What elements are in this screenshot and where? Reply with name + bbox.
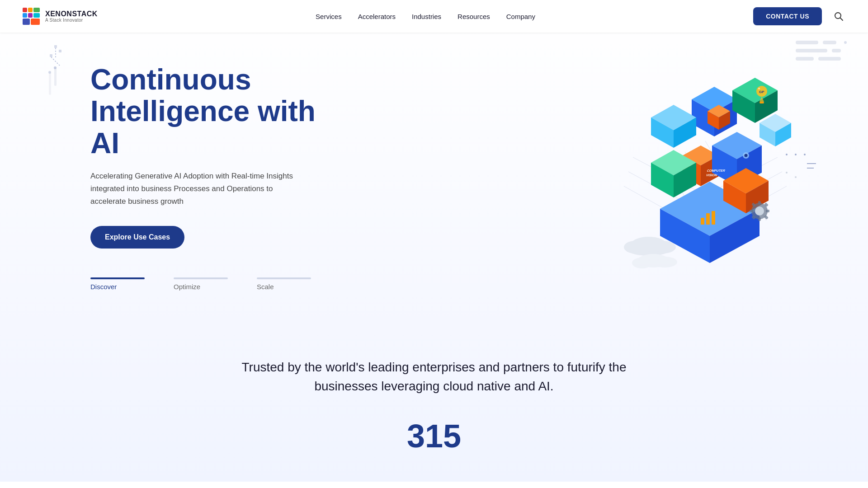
- nav-accelerators[interactable]: Accelerators: [358, 13, 396, 20]
- hero-title: Continuous Intelligence with AI: [90, 64, 326, 159]
- nav-right: CONTACT US: [753, 7, 846, 25]
- search-button[interactable]: [831, 9, 846, 24]
- svg-point-102: [786, 172, 788, 174]
- svg-rect-1: [28, 8, 33, 12]
- svg-rect-3: [23, 13, 27, 18]
- svg-rect-0: [23, 8, 27, 12]
- svg-rect-84: [712, 211, 715, 225]
- svg-point-97: [786, 154, 788, 155]
- logo-link[interactable]: XENONSTACK A Stack Innovator: [22, 7, 98, 26]
- nav-links: Services Accelerators Industries Resourc…: [316, 13, 535, 20]
- stat-value: 315: [407, 418, 461, 454]
- trusted-section: Trusted by the world's leading enterpris…: [0, 322, 868, 482]
- iso-svg: COMPUTER VISION: [615, 60, 805, 277]
- hero-illustration: COMPUTER VISION: [615, 60, 805, 295]
- svg-point-99: [804, 154, 806, 155]
- tab-bar-scale: [257, 277, 311, 279]
- svg-point-88: [758, 88, 760, 89]
- hero-content: Continuous Intelligence with AI Accelera…: [0, 33, 868, 322]
- tab-label-optimize: Optimize: [174, 283, 228, 291]
- hero-title-line1: Continuous: [90, 63, 251, 96]
- nav-services[interactable]: Services: [316, 13, 342, 20]
- trusted-title: Trusted by the world's leading enterpris…: [240, 358, 628, 396]
- hero-section: Continuous Intelligence with AI Accelera…: [0, 0, 868, 322]
- svg-rect-2: [33, 8, 40, 12]
- svg-rect-75: [758, 217, 761, 221]
- logo-name: XENONSTACK: [45, 10, 98, 18]
- svg-rect-77: [766, 210, 769, 212]
- svg-rect-87: [760, 102, 764, 103]
- svg-text:GP: GP: [759, 90, 764, 94]
- logo-icon: [22, 7, 41, 26]
- svg-text:VISION: VISION: [706, 173, 718, 177]
- svg-rect-82: [701, 218, 704, 225]
- navbar: XENONSTACK A Stack Innovator Services Ac…: [0, 0, 868, 33]
- svg-point-96: [652, 257, 677, 267]
- svg-rect-5: [33, 13, 40, 18]
- svg-point-98: [795, 154, 797, 155]
- svg-rect-7: [31, 19, 40, 25]
- contact-us-button[interactable]: CONTACT US: [753, 7, 822, 25]
- logo-sub: A Stack Innovator: [45, 18, 98, 23]
- svg-point-56: [745, 154, 748, 157]
- nav-industries[interactable]: Industries: [412, 13, 441, 20]
- svg-point-93: [628, 245, 669, 256]
- tab-optimize[interactable]: Optimize: [174, 277, 228, 291]
- nav-resources[interactable]: Resources: [458, 13, 490, 20]
- svg-rect-6: [23, 19, 30, 25]
- svg-rect-76: [750, 210, 753, 212]
- explore-button[interactable]: Explore Use Cases: [90, 226, 184, 249]
- hero-description: Accelerating Generative AI Adoption with…: [90, 170, 298, 208]
- svg-point-73: [755, 206, 764, 216]
- hero-tabs: Discover Optimize Scale: [90, 277, 326, 291]
- svg-text:COMPUTER: COMPUTER: [706, 169, 726, 173]
- deco-dots: [782, 150, 818, 188]
- svg-rect-4: [28, 13, 33, 18]
- tab-bar-discover: [90, 277, 145, 279]
- svg-rect-83: [706, 213, 710, 225]
- tab-label-scale: Scale: [257, 283, 311, 291]
- svg-point-103: [795, 176, 797, 178]
- svg-rect-74: [758, 201, 761, 205]
- tab-bar-optimize: [174, 277, 228, 279]
- svg-point-95: [632, 258, 652, 268]
- hero-title-line2: Intelligence with AI: [90, 95, 316, 159]
- tab-scale[interactable]: Scale: [257, 277, 311, 291]
- svg-line-9: [840, 18, 843, 21]
- nav-company[interactable]: Company: [506, 13, 535, 20]
- stat-number: 315: [22, 418, 846, 455]
- search-icon: [834, 11, 844, 21]
- tab-discover[interactable]: Discover: [90, 277, 145, 291]
- hero-left: Continuous Intelligence with AI Accelera…: [90, 64, 326, 291]
- tab-label-discover: Discover: [90, 283, 145, 291]
